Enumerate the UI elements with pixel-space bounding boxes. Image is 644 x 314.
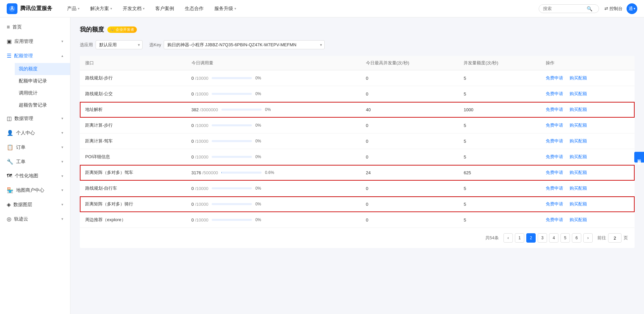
cell-concurrent-quota: 5 bbox=[458, 181, 540, 196]
sidebar-item-quota-apply[interactable]: 配额申请记录 bbox=[15, 75, 70, 87]
pagination-jump-input[interactable] bbox=[608, 233, 622, 243]
action-buy-quota[interactable]: 购买配额 bbox=[570, 201, 587, 206]
cell-interface: 距离计算-驾车 bbox=[80, 133, 186, 149]
app-mgmt-chevron: ▾ bbox=[61, 39, 63, 44]
tickets-icon: 🔧 bbox=[7, 159, 13, 165]
cell-actions: 免费申请 购买配额 bbox=[540, 133, 635, 149]
cell-usage: 382 /3000000 0% bbox=[186, 102, 361, 118]
pagination-page-5[interactable]: 5 bbox=[560, 233, 570, 243]
avatar-chevron: ▾ bbox=[634, 7, 635, 10]
action-free-apply[interactable]: 免费申请 bbox=[546, 91, 563, 96]
action-free-apply[interactable]: 免费申请 bbox=[546, 75, 563, 80]
sidebar-item-data-mgmt[interactable]: ◫ 数据管理 ▾ bbox=[0, 111, 70, 126]
cell-interface: 地址解析 bbox=[80, 102, 186, 118]
filter-key-select[interactable]: 购日的神器-小程序 JJBBZ-N7Q35-6PBIN-QZ47K-W7EPV-… bbox=[164, 40, 325, 49]
cell-actions: 免费申请 购买配额 bbox=[540, 118, 635, 133]
sidebar-item-tickets[interactable]: 🔧 工单 ▾ bbox=[0, 154, 70, 169]
tickets-chevron: ▾ bbox=[61, 160, 63, 164]
pagination-page-2[interactable]: 2 bbox=[526, 233, 536, 243]
sidebar-item-call-stats[interactable]: 调用统计 bbox=[15, 87, 70, 99]
progress-bar-bg bbox=[212, 156, 252, 158]
filter-app-label: 选应用 bbox=[80, 42, 93, 48]
action-free-apply[interactable]: 免费申请 bbox=[546, 107, 563, 112]
action-free-apply[interactable]: 免费申请 bbox=[546, 154, 563, 159]
sidebar-item-app-mgmt[interactable]: ▣ 应用管理 ▾ bbox=[0, 34, 70, 49]
nav-upgrade[interactable]: 服务升级 ▾ bbox=[210, 4, 241, 14]
action-buy-quota[interactable]: 购买配额 bbox=[570, 91, 587, 96]
pagination: 共54条 ‹ 1 2 3 4 5 6 › 前往 页 bbox=[80, 228, 635, 248]
pagination-page-4[interactable]: 4 bbox=[549, 233, 558, 243]
search-bar[interactable]: 🔍 bbox=[539, 4, 599, 13]
action-buy-quota[interactable]: 购买配额 bbox=[570, 138, 587, 143]
sidebar-item-over-quota[interactable]: 超额告警记录 bbox=[15, 99, 70, 111]
col-usage: 今日调用量 bbox=[186, 56, 361, 70]
progress-bar-bg bbox=[212, 93, 252, 95]
sidebar-item-quota-mgmt[interactable]: ☰ 配额管理 ▴ bbox=[0, 49, 70, 63]
sidebar-item-custom-map[interactable]: 🗺 个性化地图 ▾ bbox=[0, 169, 70, 183]
table-row: 距离矩阵（多对多）驾车 3176 /500000 0.6% 24 625 免费申… bbox=[80, 165, 635, 181]
action-buy-quota[interactable]: 购买配额 bbox=[570, 186, 587, 191]
action-buy-quota[interactable]: 购买配额 bbox=[570, 75, 587, 80]
pagination-prev[interactable]: ‹ bbox=[503, 233, 513, 243]
cell-max-concurrent: 24 bbox=[361, 165, 459, 181]
table-row: POI详细信息 0 /10000 0% 0 5 免费申请 购买配额 bbox=[80, 149, 635, 165]
sidebar-item-data-layer[interactable]: ◈ 数据图层 ▾ bbox=[0, 197, 70, 212]
action-free-apply[interactable]: 免费申请 bbox=[546, 138, 563, 143]
action-free-apply[interactable]: 免费申请 bbox=[546, 201, 563, 206]
col-actions: 操作 bbox=[540, 56, 635, 70]
progress-bar-bg bbox=[212, 219, 252, 221]
cell-usage: 0 /10000 0% bbox=[186, 149, 361, 165]
sidebar-item-orders[interactable]: 📋 订单 ▾ bbox=[0, 140, 70, 154]
action-buy-quota[interactable]: 购买配额 bbox=[570, 170, 587, 175]
cell-actions: 免费申请 购买配额 bbox=[540, 181, 635, 196]
cell-concurrent-quota: 1000 bbox=[458, 102, 540, 118]
nav-cases[interactable]: 客户案例 bbox=[151, 4, 179, 14]
action-free-apply[interactable]: 免费申请 bbox=[546, 217, 563, 222]
sidebar-item-trajectory[interactable]: ◎ 轨迹云 ▾ bbox=[0, 212, 70, 226]
progress-bar-bg bbox=[212, 124, 252, 126]
pagination-page-6[interactable]: 6 bbox=[572, 233, 581, 243]
page-header: 我的额度 👑 企业开发者 bbox=[80, 25, 635, 34]
action-buy-quota[interactable]: 购买配额 bbox=[570, 123, 587, 128]
progress-bar-fill bbox=[221, 172, 222, 174]
sidebar-item-my-quota[interactable]: 我的额度 bbox=[15, 63, 70, 75]
cell-concurrent-quota: 5 bbox=[458, 196, 540, 212]
table-header: 接口 今日调用量 今日最高并发量(次/秒) 并发量额度(次/秒) 操作 bbox=[80, 56, 635, 70]
cell-actions: 免费申请 购买配额 bbox=[540, 165, 635, 181]
table-row: 距离计算-驾车 0 /10000 0% 0 5 免费申请 购买配额 bbox=[80, 133, 635, 149]
cell-actions: 免费申请 购买配额 bbox=[540, 86, 635, 102]
sidebar-item-home[interactable]: ≡ 首页 bbox=[0, 20, 70, 34]
cell-interface: 距离矩阵（多对多）驾车 bbox=[80, 165, 186, 181]
map-merchant-icon: 🏪 bbox=[7, 187, 13, 193]
search-input[interactable] bbox=[543, 6, 587, 11]
nav-solutions-chevron: ▾ bbox=[110, 7, 112, 10]
action-free-apply[interactable]: 免费申请 bbox=[546, 186, 563, 191]
action-free-apply[interactable]: 免费申请 bbox=[546, 170, 563, 175]
nav-solutions[interactable]: 解决方案 ▾ bbox=[86, 4, 117, 14]
action-free-apply[interactable]: 免费申请 bbox=[546, 123, 563, 128]
layout: ≡ 首页 ▣ 应用管理 ▾ ☰ 配额管理 ▴ 我的额度 配额申请记录 调用统计 … bbox=[0, 17, 644, 314]
cell-actions: 免费申请 购买配额 bbox=[540, 70, 635, 86]
cell-interface: 路线规划-步行 bbox=[80, 70, 186, 86]
sidebar-item-personal[interactable]: 👤 个人中心 ▾ bbox=[0, 126, 70, 140]
action-buy-quota[interactable]: 购买配额 bbox=[570, 154, 587, 159]
action-buy-quota[interactable]: 购买配额 bbox=[570, 217, 587, 222]
cell-actions: 免费申请 购买配额 bbox=[540, 149, 635, 165]
sidebar-item-map-merchant[interactable]: 🏪 地图商户中心 ▾ bbox=[0, 183, 70, 197]
pagination-page-3[interactable]: 3 bbox=[538, 233, 547, 243]
pagination-page-1[interactable]: 1 bbox=[515, 233, 524, 243]
filter-app-select[interactable]: 默认应用 bbox=[96, 40, 143, 49]
pagination-next[interactable]: › bbox=[583, 233, 593, 243]
jump-label-pre: 前往 bbox=[597, 235, 606, 241]
nav-products[interactable]: 产品 ▾ bbox=[62, 4, 84, 14]
trajectory-chevron: ▾ bbox=[61, 217, 63, 221]
action-buy-quota[interactable]: 购买配额 bbox=[570, 107, 587, 112]
control-panel-button[interactable]: ⇄ 控制台 bbox=[604, 6, 623, 12]
avatar[interactable]: 通 ▾ bbox=[627, 3, 637, 14]
nav-upgrade-chevron: ▾ bbox=[234, 7, 236, 10]
nav-ecosystem[interactable]: 生态合作 bbox=[180, 4, 208, 14]
float-customer-service[interactable]: 联系客服 bbox=[634, 152, 644, 163]
orders-chevron: ▾ bbox=[61, 145, 63, 149]
nav-docs[interactable]: 开发文档 ▾ bbox=[118, 4, 149, 14]
table-row: 距离矩阵（多对多）骑行 0 /10000 0% 0 5 免费申请 购买配额 bbox=[80, 196, 635, 212]
